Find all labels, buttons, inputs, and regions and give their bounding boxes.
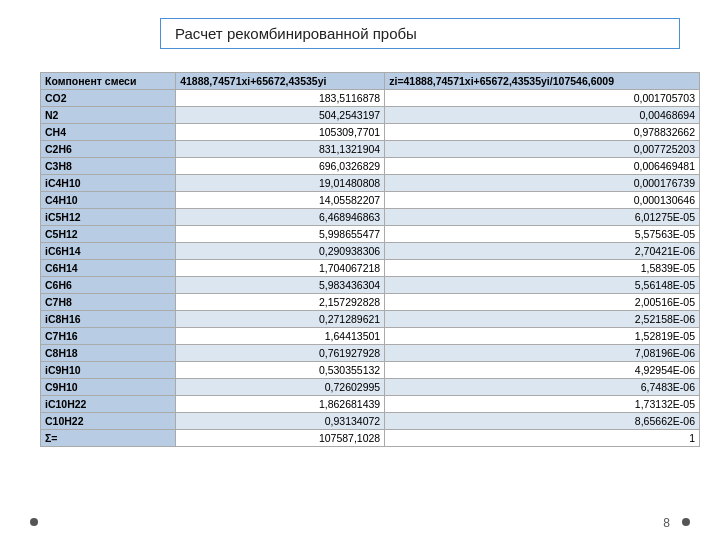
table-row: Σ=107587,10281 [41, 430, 700, 447]
table-cell: 6,468946863 [176, 209, 385, 226]
table-cell: iC8H16 [41, 311, 176, 328]
table-cell: 105309,7701 [176, 124, 385, 141]
table-row: C8H180,7619279287,08196E-06 [41, 345, 700, 362]
table-row: C5H125,9986554775,57563E-05 [41, 226, 700, 243]
table-row: C4H1014,055822070,000130646 [41, 192, 700, 209]
table-cell: 1,704067218 [176, 260, 385, 277]
table-row: CO2183,51168780,001705703 [41, 90, 700, 107]
table-row: iC6H140,2909383062,70421E-06 [41, 243, 700, 260]
table-cell: C5H12 [41, 226, 176, 243]
table-cell: C3H8 [41, 158, 176, 175]
table-cell: C10H22 [41, 413, 176, 430]
table-cell: 2,157292828 [176, 294, 385, 311]
table-cell: C6H14 [41, 260, 176, 277]
table-cell: 7,08196E-06 [385, 345, 700, 362]
table-cell: C7H16 [41, 328, 176, 345]
table-cell: CO2 [41, 90, 176, 107]
table-cell: 5,57563E-05 [385, 226, 700, 243]
table-cell: 0,72602995 [176, 379, 385, 396]
main-table-container: Компонент смеси 41888,74571xi+65672,4353… [40, 72, 700, 447]
table-cell: 0,530355132 [176, 362, 385, 379]
col-header-zi: zi=41888,74571xi+65672,43535yi/107546,60… [385, 73, 700, 90]
table-cell: 5,998655477 [176, 226, 385, 243]
table-cell: 2,52158E-06 [385, 311, 700, 328]
table-cell: 5,983436304 [176, 277, 385, 294]
table-cell: 0,006469481 [385, 158, 700, 175]
table-cell: C8H18 [41, 345, 176, 362]
table-cell: C2H6 [41, 141, 176, 158]
table-cell: 1,73132E-05 [385, 396, 700, 413]
table-cell: 5,56148E-05 [385, 277, 700, 294]
table-cell: 6,01275E-05 [385, 209, 700, 226]
table-cell: 0,93134072 [176, 413, 385, 430]
table-cell: 1,52819E-05 [385, 328, 700, 345]
table-cell: 0,001705703 [385, 90, 700, 107]
table-row: iC9H100,5303551324,92954E-06 [41, 362, 700, 379]
table-cell: 0,271289621 [176, 311, 385, 328]
table-cell: 4,92954E-06 [385, 362, 700, 379]
table-cell: 0,007725203 [385, 141, 700, 158]
table-cell: 1,5839E-05 [385, 260, 700, 277]
table-cell: 107587,1028 [176, 430, 385, 447]
bullet-right [682, 518, 690, 526]
table-row: C7H161,644135011,52819E-05 [41, 328, 700, 345]
page-title: Расчет рекомбинированной пробы [160, 18, 680, 49]
table-cell: iC4H10 [41, 175, 176, 192]
table-cell: CH4 [41, 124, 176, 141]
table-cell: iC9H10 [41, 362, 176, 379]
table-cell: C6H6 [41, 277, 176, 294]
table-row: iC8H160,2712896212,52158E-06 [41, 311, 700, 328]
table-row: C2H6831,13219040,007725203 [41, 141, 700, 158]
col-header-component: Компонент смеси [41, 73, 176, 90]
table-row: iC4H1019,014808080,000176739 [41, 175, 700, 192]
table-cell: 0,290938306 [176, 243, 385, 260]
table-row: N2504,25431970,00468694 [41, 107, 700, 124]
table-cell: 696,0326829 [176, 158, 385, 175]
table-cell: 0,761927928 [176, 345, 385, 362]
table-cell: 14,05582207 [176, 192, 385, 209]
table-row: iC5H126,4689468636,01275E-05 [41, 209, 700, 226]
table-row: C10H220,931340728,65662E-06 [41, 413, 700, 430]
table-row: C9H100,726029956,7483E-06 [41, 379, 700, 396]
table-cell: 1,64413501 [176, 328, 385, 345]
calculation-table: Компонент смеси 41888,74571xi+65672,4353… [40, 72, 700, 447]
table-cell: 183,5116878 [176, 90, 385, 107]
table-cell: C9H10 [41, 379, 176, 396]
table-cell: 2,00516E-05 [385, 294, 700, 311]
table-row: C7H82,1572928282,00516E-05 [41, 294, 700, 311]
table-row: C6H65,9834363045,56148E-05 [41, 277, 700, 294]
table-cell: iC6H14 [41, 243, 176, 260]
table-cell: 19,01480808 [176, 175, 385, 192]
table-cell: 1,862681439 [176, 396, 385, 413]
table-cell: 2,70421E-06 [385, 243, 700, 260]
table-cell: 1 [385, 430, 700, 447]
table-cell: 0,000176739 [385, 175, 700, 192]
bullet-left [30, 518, 38, 526]
table-cell: 831,1321904 [176, 141, 385, 158]
table-cell: 504,2543197 [176, 107, 385, 124]
table-cell: iC5H12 [41, 209, 176, 226]
table-cell: N2 [41, 107, 176, 124]
table-cell: iC10H22 [41, 396, 176, 413]
table-cell: 0,978832662 [385, 124, 700, 141]
table-row: C6H141,7040672181,5839E-05 [41, 260, 700, 277]
table-row: CH4105309,77010,978832662 [41, 124, 700, 141]
page-number: 8 [663, 516, 670, 530]
table-cell: 0,00468694 [385, 107, 700, 124]
table-cell: 0,000130646 [385, 192, 700, 209]
col-header-value: 41888,74571xi+65672,43535yi [176, 73, 385, 90]
table-cell: 6,7483E-06 [385, 379, 700, 396]
table-cell: C4H10 [41, 192, 176, 209]
table-row: iC10H221,8626814391,73132E-05 [41, 396, 700, 413]
table-cell: Σ= [41, 430, 176, 447]
table-cell: 8,65662E-06 [385, 413, 700, 430]
table-row: C3H8696,03268290,006469481 [41, 158, 700, 175]
table-cell: C7H8 [41, 294, 176, 311]
